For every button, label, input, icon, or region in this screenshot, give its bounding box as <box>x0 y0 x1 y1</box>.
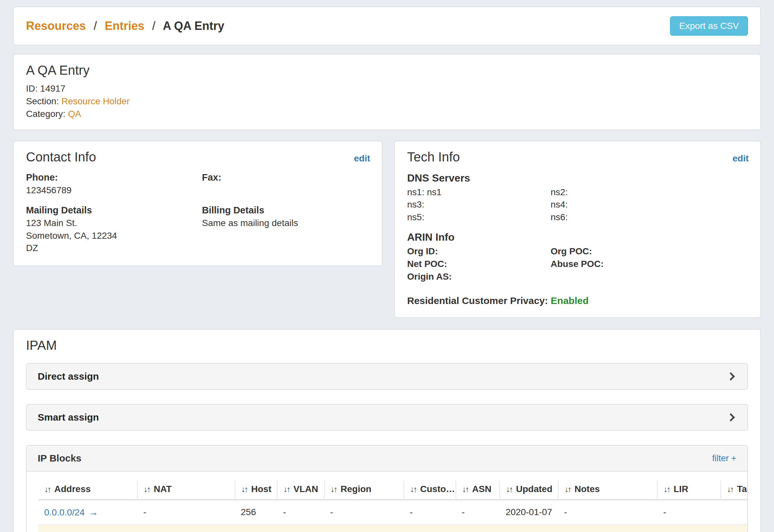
residential-privacy-label: Residential Customer Privacy: <box>407 295 548 306</box>
column-header-notes[interactable]: ↓↑Notes <box>558 481 657 500</box>
cell-asn: - <box>456 525 500 532</box>
column-header-host[interactable]: ↓↑Host <box>235 481 277 500</box>
contact-info-title: Contact Info <box>26 150 96 164</box>
column-header-tag[interactable]: ↓↑Tag <box>721 481 747 500</box>
sort-icon: ↓↑ <box>664 485 670 494</box>
column-label: ASN <box>472 484 491 494</box>
contact-info-panel: Contact Info edit Phone: 123456789 Fax: … <box>13 141 382 267</box>
entry-title: A QA Entry <box>26 63 748 78</box>
arin-abuse-poc-label: Abuse POC: <box>551 259 603 269</box>
breadcrumb: Resources / Entries / A QA Entry <box>26 19 224 33</box>
arin-org-poc-label: Org POC: <box>551 246 592 256</box>
cell-updated: 2020-01-07 <box>500 500 558 525</box>
column-header-vlan[interactable]: ↓↑VLAN <box>277 481 324 500</box>
column-header-nat[interactable]: ↓↑NAT <box>137 481 235 500</box>
sort-icon: ↓↑ <box>44 485 50 494</box>
contact-grid: Phone: 123456789 Fax: Mailing Details 12… <box>26 172 370 255</box>
column-header-updated[interactable]: ↓↑Updated <box>500 481 558 500</box>
cell-customer: - <box>404 525 456 532</box>
entry-section-label: Section: <box>26 96 59 106</box>
entry-category: Category: QA <box>26 108 748 120</box>
column-label: NAT <box>154 484 171 494</box>
breadcrumb-resources[interactable]: Resources <box>26 19 86 32</box>
chevron-right-icon <box>727 373 735 381</box>
sort-icon: ↓↑ <box>727 485 733 494</box>
column-label: Notes <box>575 484 600 494</box>
column-header-region[interactable]: ↓↑Region <box>324 481 404 500</box>
arin-origin-as-label: Origin AS: <box>407 272 452 282</box>
mailing-line-1: 123 Main St. <box>26 217 194 230</box>
entry-summary-panel: A QA Entry ID: 14917 Section: Resource H… <box>13 54 761 130</box>
entry-section: Section: Resource Holder <box>26 95 748 108</box>
ip-blocks-panel: IP Blocks filter + ↓↑Address ↓↑NAT ↓↑Hos… <box>26 445 748 532</box>
entry-id-label: ID: <box>26 83 38 94</box>
cell-tag <box>721 500 747 525</box>
column-header-address[interactable]: ↓↑Address <box>38 481 137 500</box>
cell-lir: - <box>657 500 721 525</box>
sort-icon: ↓↑ <box>144 485 150 494</box>
ip-block-row: 2.2.0.0/16 - 65536 - - - - 2019-09-16 - … <box>38 525 747 532</box>
entry-section-link[interactable]: Resource Holder <box>61 96 130 106</box>
smart-assign-accordion[interactable]: Smart assign <box>26 404 748 431</box>
phone-label: Phone: <box>26 172 194 183</box>
column-label: Updated <box>516 484 552 494</box>
residential-privacy-value: Enabled <box>551 295 589 306</box>
arin-org-poc: Org POC: <box>551 245 749 258</box>
column-header-customer[interactable]: ↓↑Custo… <box>404 481 456 500</box>
billing-details-label: Billing Details <box>202 205 370 216</box>
tech-info-title: Tech Info <box>407 150 460 164</box>
billing-details-value: Same as mailing details <box>202 217 370 230</box>
arin-info-heading: ARIN Info <box>407 231 749 243</box>
phone-field: Phone: 123456789 <box>26 172 194 197</box>
direct-assign-accordion[interactable]: Direct assign <box>26 363 748 390</box>
sort-icon: ↓↑ <box>330 485 336 494</box>
cell-asn: - <box>456 500 500 525</box>
sort-icon: ↓↑ <box>410 485 416 494</box>
dns-ns5: ns5: <box>407 211 551 224</box>
goto-arrow-icon[interactable]: → <box>89 507 98 517</box>
dns-ns4: ns4: <box>551 198 749 211</box>
dns-ns1-label: ns1: <box>407 187 425 197</box>
arin-info-grid: Org ID: Org POC: Net POC: Abuse POC: Ori… <box>407 245 749 283</box>
export-csv-button[interactable]: Export as CSV <box>670 16 748 36</box>
mailing-details-field: Mailing Details 123 Main St. Sometown, C… <box>26 205 194 255</box>
arin-net-poc: Net POC: <box>407 258 551 271</box>
column-header-lir[interactable]: ↓↑LIR <box>657 481 721 500</box>
breadcrumb-bar: Resources / Entries / A QA Entry Export … <box>13 6 761 45</box>
phone-value: 123456789 <box>26 184 194 197</box>
mailing-line-3: DZ <box>26 242 194 255</box>
table-header-row: ↓↑Address ↓↑NAT ↓↑Host ↓↑VLAN ↓↑Region ↓… <box>38 481 747 500</box>
billing-details-field: Billing Details Same as mailing details <box>202 205 370 255</box>
cell-tag <box>721 525 747 532</box>
fax-label: Fax: <box>202 172 370 183</box>
entry-category-link[interactable]: QA <box>68 109 81 119</box>
sort-icon: ↓↑ <box>241 485 247 494</box>
info-columns: Contact Info edit Phone: 123456789 Fax: … <box>13 141 761 318</box>
column-label: LIR <box>674 484 688 494</box>
arin-net-poc-label: Net POC: <box>407 259 447 269</box>
cell-vlan: - <box>277 525 324 532</box>
chevron-right-icon <box>727 413 735 422</box>
arin-org-id: Org ID: <box>407 245 551 258</box>
sort-icon: ↓↑ <box>462 485 468 494</box>
contact-edit-link[interactable]: edit <box>354 153 370 164</box>
arin-abuse-poc: Abuse POC: <box>551 258 749 271</box>
tech-edit-link[interactable]: edit <box>732 153 749 164</box>
arin-org-id-label: Org ID: <box>407 246 438 256</box>
fax-field: Fax: <box>202 172 370 197</box>
breadcrumb-entries[interactable]: Entries <box>105 19 144 32</box>
ip-blocks-table: ↓↑Address ↓↑NAT ↓↑Host ↓↑VLAN ↓↑Region ↓… <box>38 481 747 532</box>
dns-ns4-label: ns4: <box>551 199 568 209</box>
dns-ns3: ns3: <box>407 198 551 211</box>
tech-info-panel: Tech Info edit DNS Servers ns1: ns1 ns2:… <box>394 141 761 318</box>
filter-toggle-link[interactable]: filter + <box>712 453 736 463</box>
cell-address: 0.0.0.0/24→ <box>38 500 137 525</box>
column-header-asn[interactable]: ↓↑ASN <box>456 481 500 500</box>
ip-block-link[interactable]: 0.0.0.0/24 <box>44 507 85 517</box>
cell-vlan: - <box>277 500 324 525</box>
smart-assign-label: Smart assign <box>38 412 99 423</box>
cell-notes: - <box>558 500 657 525</box>
ip-blocks-header: IP Blocks filter + <box>27 446 747 472</box>
column-label: Tag <box>737 484 747 494</box>
cell-host: 65536 <box>235 525 277 532</box>
